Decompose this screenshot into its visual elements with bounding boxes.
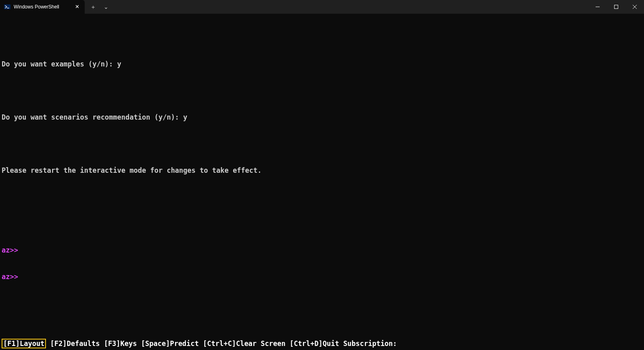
prompt-line: az>> <box>2 272 642 281</box>
output-line <box>2 193 642 201</box>
output-line: Do you want examples (y/n): y <box>2 60 642 68</box>
status-f1-layout[interactable]: [F1]Layout <box>2 339 46 348</box>
tab-close-button[interactable]: ✕ <box>73 3 81 10</box>
svg-rect-3 <box>615 5 618 9</box>
output-line <box>2 33 642 42</box>
output-line <box>2 86 642 95</box>
close-button[interactable] <box>625 0 644 14</box>
tab-dropdown-button[interactable]: ⌄ <box>100 1 112 13</box>
output-line <box>2 219 642 228</box>
new-tab-button[interactable]: ＋ <box>87 1 99 13</box>
output-line <box>2 139 642 148</box>
tab-actions: ＋ ⌄ <box>85 0 112 14</box>
status-bar: [F1]Layout [F2]Defaults [F3]Keys [Space]… <box>2 339 642 348</box>
terminal-output[interactable]: Do you want examples (y/n): y Do you wan… <box>0 14 644 350</box>
minimize-button[interactable] <box>588 0 607 14</box>
powershell-icon <box>4 4 10 10</box>
status-rest: [F2]Defaults [F3]Keys [Space]Predict [Ct… <box>46 340 397 348</box>
svg-rect-0 <box>4 4 10 9</box>
maximize-button[interactable] <box>607 0 625 14</box>
tab-title: Windows PowerShell <box>14 2 70 11</box>
titlebar: Windows PowerShell ✕ ＋ ⌄ <box>0 0 644 14</box>
titlebar-drag-area[interactable] <box>112 0 588 14</box>
window-controls <box>588 0 644 14</box>
tab-powershell[interactable]: Windows PowerShell ✕ <box>0 0 85 14</box>
output-line: Do you want scenarios recommendation (y/… <box>2 113 642 122</box>
prompt-line: az>> <box>2 246 642 255</box>
output-line: Please restart the interactive mode for … <box>2 166 642 175</box>
